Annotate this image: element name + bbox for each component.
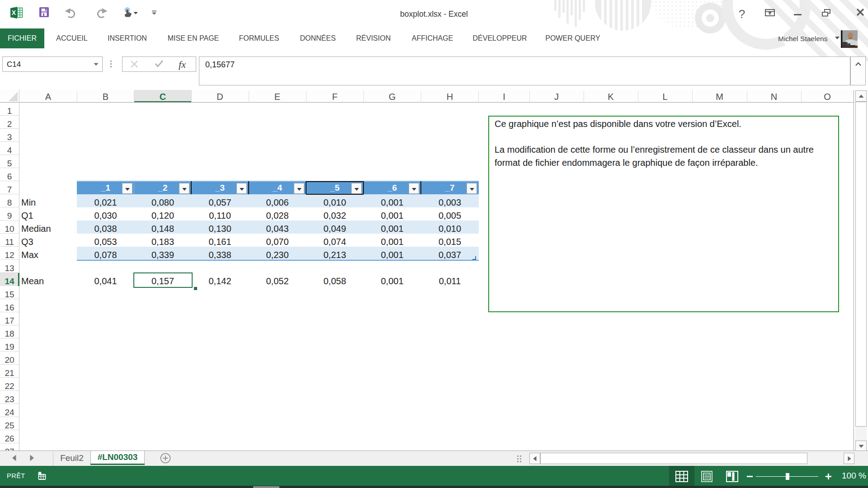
svg-text:fx: fx (179, 60, 186, 70)
svg-text:?: ? (739, 7, 745, 21)
